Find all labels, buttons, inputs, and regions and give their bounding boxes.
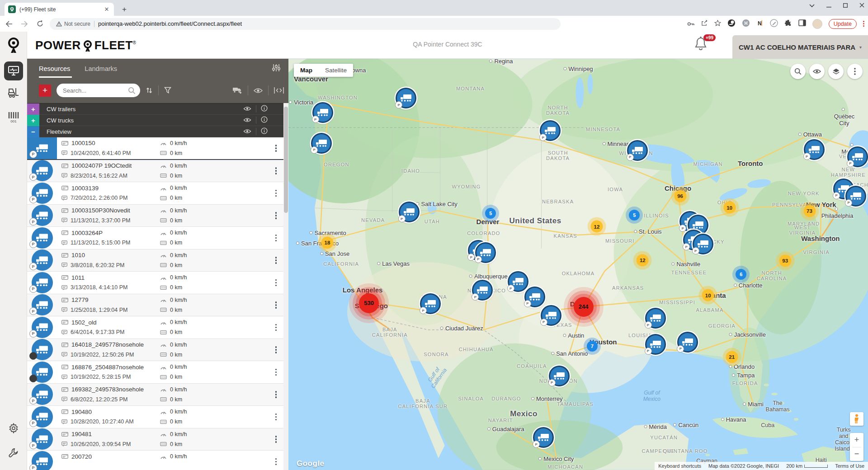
back-icon[interactable] (4, 19, 14, 29)
page-url[interactable]: pointerqa-web02.pointerbi.com/fleet/Conn… (98, 20, 242, 27)
filter-funnel-icon[interactable] (164, 87, 171, 94)
settings-gear-icon[interactable] (8, 423, 19, 436)
cluster-marker-blue[interactable]: 5 (485, 208, 496, 219)
extensions-puzzle-icon[interactable] (784, 19, 792, 28)
vehicle-map-marker[interactable]: P (677, 332, 698, 352)
vehicle-map-marker[interactable]: P (508, 271, 528, 292)
vehicle-map-marker[interactable]: P (524, 287, 545, 307)
vehicle-map-marker[interactable]: P (472, 280, 493, 301)
vehicle-map-marker[interactable]: P (845, 186, 866, 207)
vehicle-menu-button[interactable] (274, 165, 279, 176)
tab-resources[interactable]: Resources (39, 65, 75, 78)
tab-search-icon[interactable] (809, 2, 815, 9)
vehicle-menu-button[interactable] (274, 434, 279, 445)
vehicle-row[interactable]: DY-MD164018_2495778nosehole10/19/2022, 1… (27, 339, 288, 362)
keyboard-shortcuts-link[interactable]: Keyboard shortcuts (655, 462, 705, 470)
vehicle-row[interactable]: PDY-MD10103/8/2018, 6:20:32 PM0 km/h0 km (27, 249, 288, 272)
map-more-options-button[interactable] (847, 64, 863, 79)
barcode-nav-icon[interactable]: 001 (8, 111, 19, 125)
vehicle-menu-button[interactable] (274, 344, 279, 355)
cluster-marker-yellow[interactable]: 73 (803, 205, 816, 217)
scrollbar-thumb[interactable] (284, 107, 288, 213)
vehicle-map-marker[interactable]: P (549, 366, 570, 386)
vehicle-menu-button[interactable] (274, 389, 279, 400)
fleet-monitor-nav-icon[interactable] (4, 61, 23, 80)
tab-landmarks[interactable]: Landmarks (85, 65, 122, 78)
vehicle-row[interactable]: PDY-MD127791/25/2018, 1:29:04 PM0 km/h0 … (27, 294, 288, 317)
forward-icon[interactable] (19, 19, 30, 29)
cluster-marker-yellow[interactable]: 18 (321, 236, 333, 249)
vehicle-map-marker[interactable]: P (533, 427, 554, 448)
cluster-marker-yellow[interactable]: 12 (591, 221, 603, 233)
browser-tab[interactable]: (+99) Fleet site ✕ (5, 3, 114, 16)
terms-of-use-link[interactable]: Terms of Use (831, 462, 868, 470)
vehicle-menu-button[interactable] (274, 277, 279, 288)
window-close-button[interactable] (859, 2, 864, 9)
vehicle-row[interactable]: DY-MD168876_2504887nosehole10/19/2022, 5… (27, 361, 288, 384)
fit-bounds-icon[interactable] (274, 87, 284, 94)
group-visibility-button[interactable] (243, 105, 251, 113)
cluster-marker-blue[interactable]: 6 (736, 269, 746, 280)
not-secure-warning[interactable]: Not secure (56, 21, 90, 27)
address-bar[interactable]: Not secure pointerqa-web02.pointerbi.com… (50, 18, 561, 30)
dispatch-truck-icon[interactable] (232, 86, 242, 94)
vehicle-menu-button[interactable] (274, 255, 279, 266)
side-panel-icon[interactable] (798, 19, 806, 28)
vehicle-row[interactable]: PDY-MD19048010/28/2020, 10:27:40 AM0 km/… (27, 406, 288, 428)
vehicle-menu-button[interactable] (274, 322, 279, 333)
vehicle-row[interactable]: PDY-MD10003264P11/13/2012, 5:15:00 PM0 k… (27, 227, 288, 249)
vehicle-row[interactable]: PDY-MD1502_old6/4/2014, 9:17:33 PM0 km/h… (27, 316, 288, 339)
vehicle-row[interactable]: PDY-MD100015010/24/2020, 6:41:40 PM0 km/… (27, 137, 288, 160)
alert-cluster-marker[interactable]: 530 (359, 293, 379, 313)
map-canvas[interactable]: WASHINGTONOREGONIDAHOMONTANANORTH DAKOTA… (288, 59, 868, 470)
group-row[interactable]: −Fleetview (27, 126, 288, 137)
sidebar-scrollbar[interactable] (283, 103, 288, 470)
visibility-eye-icon[interactable] (254, 88, 263, 94)
vehicle-menu-button[interactable] (274, 456, 279, 467)
group-info-button[interactable] (261, 116, 268, 125)
vehicle-row[interactable]: PDY-MD169382_2495783nosehole6/8/2022, 12… (27, 384, 288, 406)
vehicle-map-marker[interactable]: P (540, 120, 561, 141)
password-key-icon[interactable] (687, 20, 695, 28)
map-search-button[interactable] (790, 64, 806, 79)
share-icon[interactable] (701, 20, 708, 28)
vehicle-row[interactable]: PDY-MD100031397/20/2012, 2:26:00 PM0 km/… (27, 182, 288, 205)
cluster-marker-yellow[interactable]: 10 (702, 289, 714, 301)
map-type-satellite-button[interactable]: Satellite (319, 64, 353, 77)
vehicle-map-marker[interactable]: P (645, 308, 666, 329)
browser-update-button[interactable]: Update (829, 19, 857, 29)
map-visibility-button[interactable] (809, 64, 825, 79)
alert-cluster-marker[interactable]: 244 (574, 297, 594, 317)
vehicle-menu-button[interactable] (274, 300, 279, 310)
group-row[interactable]: +CW trucks (27, 115, 288, 126)
vehicle-map-marker[interactable]: P (541, 305, 561, 326)
vehicle-map-marker[interactable]: P (396, 88, 416, 108)
vehicle-row[interactable]: PDY-MD10113/13/2018, 4:14:10 PM0 km/h0 k… (27, 272, 288, 294)
search-box[interactable] (57, 84, 140, 97)
vehicle-map-marker[interactable]: P (627, 140, 648, 161)
vehicle-menu-button[interactable] (274, 233, 279, 244)
cluster-marker-yellow[interactable]: 93 (779, 254, 791, 267)
extension-edit-icon[interactable] (770, 19, 778, 29)
vehicle-menu-button[interactable] (274, 210, 279, 221)
vehicle-menu-button[interactable] (274, 367, 279, 378)
vehicle-row[interactable]: PDY-MD10002407P 19OCtedit8/23/2014, 5:16… (27, 160, 288, 183)
vehicle-map-marker[interactable]: P (312, 102, 333, 123)
cluster-marker-yellow[interactable]: 21 (726, 351, 738, 363)
sort-icon[interactable] (146, 87, 153, 94)
map-type-map-button[interactable]: Map (294, 64, 319, 77)
vehicle-menu-button[interactable] (274, 188, 279, 199)
new-tab-button[interactable]: + (119, 5, 129, 14)
map-layers-button[interactable] (828, 64, 844, 79)
vehicle-map-marker[interactable]: P (399, 202, 420, 222)
add-resource-button[interactable]: + (39, 85, 51, 97)
vehicle-map-marker[interactable]: P (847, 146, 868, 167)
vehicle-menu-button[interactable] (274, 412, 279, 423)
zoom-in-button[interactable]: + (850, 433, 863, 447)
vehicle-map-marker[interactable]: P (645, 334, 666, 355)
group-visibility-button[interactable] (243, 116, 251, 124)
group-row[interactable]: +CW trailers (27, 103, 288, 115)
window-maximize-button[interactable] (843, 2, 848, 9)
tools-wrench-icon[interactable] (8, 447, 19, 460)
cluster-marker-blue[interactable]: 5 (629, 210, 640, 221)
